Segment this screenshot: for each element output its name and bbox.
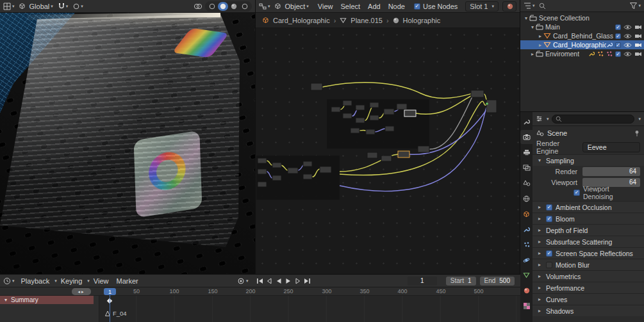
tab-material[interactable] bbox=[520, 284, 533, 298]
tab-particles[interactable] bbox=[520, 237, 533, 252]
shader-type-chevron-icon[interactable]: ▾ bbox=[306, 4, 309, 9]
tab-tool[interactable] bbox=[520, 115, 533, 129]
tab-view-layer[interactable] bbox=[520, 161, 533, 175]
timeline-ruler[interactable]: 50 100 150 200 250 300 350 400 450 500 ◂… bbox=[0, 287, 520, 296]
disclosure-icon[interactable]: ▸ bbox=[537, 42, 543, 48]
material-selector[interactable]: Hologr bbox=[502, 1, 516, 12]
menu-node[interactable]: Node bbox=[384, 3, 409, 10]
current-frame-indicator[interactable]: 1 bbox=[104, 288, 116, 295]
exclude-checkbox[interactable]: ✓ bbox=[615, 24, 621, 30]
proportional-editing-icon[interactable] bbox=[73, 3, 79, 10]
section-motion-blur[interactable]: ▸ ✓ Motion Blur bbox=[533, 259, 644, 270]
pin-icon[interactable] bbox=[634, 130, 640, 136]
section-bloom[interactable]: ▸ ✓ Bloom bbox=[533, 213, 644, 224]
section-checkbox[interactable]: ✓ bbox=[546, 262, 552, 268]
editor-type-chevron-icon[interactable]: ▾ bbox=[12, 278, 15, 284]
hide-eye-icon[interactable] bbox=[623, 42, 632, 48]
render-camera-icon[interactable] bbox=[634, 42, 642, 48]
render-camera-icon[interactable] bbox=[634, 33, 642, 39]
section-screen-space-reflections[interactable]: ▸ ✓ Screen Space Reflections bbox=[533, 247, 644, 259]
outliner-row-enviroment[interactable]: ▸ Enviroment ✓ bbox=[520, 49, 644, 58]
section-subsurface-scattering[interactable]: ▸ Subsurface Scattering bbox=[533, 236, 644, 247]
filter-chevron-icon[interactable]: ▾ bbox=[638, 3, 641, 8]
slot-dropdown[interactable]: Slot 1 ▾ bbox=[465, 1, 499, 12]
render-samples-field[interactable]: 64 bbox=[582, 167, 640, 176]
editor-type-icon[interactable] bbox=[259, 3, 267, 10]
render-engine-dropdown[interactable]: Eevee bbox=[582, 142, 640, 152]
tab-output[interactable] bbox=[520, 145, 533, 159]
editor-type-chevron-icon[interactable]: ▾ bbox=[268, 4, 270, 9]
timeline-marker[interactable]: F_04 bbox=[105, 310, 127, 317]
tab-world[interactable] bbox=[520, 191, 533, 205]
menu-select[interactable]: Select bbox=[336, 3, 364, 10]
use-nodes-checkbox[interactable]: ✓ bbox=[414, 3, 420, 10]
timeline-channel-list[interactable]: ▾ Summary bbox=[0, 296, 99, 322]
tab-modifiers[interactable] bbox=[520, 222, 533, 236]
menu-view[interactable]: View bbox=[314, 3, 337, 10]
exclude-checkbox[interactable]: ✓ bbox=[615, 51, 621, 57]
hide-eye-icon[interactable] bbox=[623, 33, 632, 39]
disclosure-icon[interactable]: ▸ bbox=[537, 33, 543, 39]
summary-channel-row[interactable]: ▾ Summary bbox=[0, 296, 94, 304]
outliner-row-scene-collection[interactable]: ▾ Scene Collection bbox=[520, 13, 644, 22]
start-frame-field[interactable]: Start 1 bbox=[446, 277, 476, 286]
outliner[interactable]: ▾ ▾ ▾ Scene Collection ▾ Main ✓ bbox=[520, 0, 644, 112]
section-checkbox[interactable]: ✓ bbox=[546, 204, 552, 211]
tab-object-data[interactable] bbox=[520, 268, 533, 282]
menu-keying[interactable]: Keying bbox=[57, 277, 87, 285]
outliner-row-main[interactable]: ▾ Main ✓ bbox=[520, 22, 644, 31]
proportional-chevron-icon[interactable]: ▾ bbox=[81, 4, 83, 9]
editor-type-chevron-icon[interactable]: ▾ bbox=[12, 4, 15, 9]
snap-magnet-icon[interactable] bbox=[58, 3, 65, 10]
options-chevron-icon[interactable]: ▾ bbox=[638, 117, 641, 122]
jump-to-end-button[interactable] bbox=[303, 277, 313, 286]
tab-object[interactable] bbox=[520, 207, 533, 221]
auto-keying-record-icon[interactable] bbox=[237, 277, 245, 285]
next-keyframe-button[interactable] bbox=[293, 277, 303, 286]
properties-editor[interactable]: ▾ ▾ Scene Render Engine Eevee ▾ Sampling bbox=[520, 112, 644, 322]
section-ambient-occlusion[interactable]: ▸ ✓ Ambient Occlusion bbox=[533, 201, 644, 213]
menu-marker[interactable]: Marker bbox=[112, 277, 142, 285]
jump-to-start-button[interactable] bbox=[255, 277, 265, 286]
hide-eye-icon[interactable] bbox=[623, 51, 632, 57]
search-icon[interactable] bbox=[539, 3, 546, 10]
menu-add[interactable]: Add bbox=[364, 3, 384, 10]
disclosure-icon[interactable]: ▸ bbox=[529, 51, 536, 57]
section-sampling[interactable]: ▾ Sampling bbox=[533, 154, 644, 166]
play-reverse-button[interactable] bbox=[274, 277, 284, 286]
section-checkbox[interactable]: ✓ bbox=[546, 216, 552, 222]
menu-view[interactable]: View bbox=[90, 277, 113, 285]
shader-node-editor[interactable]: ▾ Object ▾ View Select Add Node ✓ Use No… bbox=[256, 0, 520, 274]
section-performance[interactable]: ▸ Performance bbox=[533, 282, 644, 293]
mode-cube-icon[interactable] bbox=[19, 3, 26, 10]
viewport-denoising-checkbox[interactable]: ✓ bbox=[574, 189, 580, 196]
section-shadows[interactable]: ▸ Shadows bbox=[533, 305, 644, 316]
shading-wireframe-icon[interactable] bbox=[207, 2, 217, 11]
tab-physics[interactable] bbox=[520, 253, 533, 267]
snap-chevron-icon[interactable]: ▾ bbox=[66, 4, 69, 9]
outliner-row-card-behind-glass[interactable]: ▸ Card_Behind_Glass ✓ bbox=[520, 31, 644, 40]
play-button[interactable] bbox=[284, 277, 293, 286]
tab-scene[interactable] bbox=[520, 176, 533, 190]
exclude-checkbox[interactable]: ✓ bbox=[615, 33, 621, 39]
end-frame-field[interactable]: End 500 bbox=[480, 277, 515, 286]
auto-keying-chevron-icon[interactable]: ▾ bbox=[246, 278, 249, 284]
editor-type-icon[interactable] bbox=[3, 277, 11, 285]
timeline-editor[interactable]: ▾ Playback▾ Keying▾ View Marker ▾ 1 Star… bbox=[0, 274, 520, 322]
transform-orientation-dropdown[interactable]: Global bbox=[26, 3, 50, 10]
overlays-icon[interactable] bbox=[194, 3, 202, 10]
shading-solid-icon[interactable] bbox=[218, 2, 228, 11]
zoom-scrubber-handle[interactable]: ◂▸ bbox=[72, 288, 91, 295]
viewport-scene-canvas[interactable] bbox=[0, 13, 256, 274]
section-curves[interactable]: ▸ Curves bbox=[533, 293, 644, 305]
disclosure-icon[interactable]: ▾ bbox=[529, 24, 536, 30]
menu-playback[interactable]: Playback bbox=[17, 277, 54, 285]
section-depth-of-field[interactable]: ▸ Depth of Field bbox=[533, 224, 644, 236]
node-graph-canvas[interactable] bbox=[256, 28, 520, 274]
editor-type-chevron-icon[interactable]: ▾ bbox=[547, 117, 549, 122]
properties-search-input[interactable] bbox=[552, 115, 635, 124]
section-volumetrics[interactable]: ▸ Volumetrics bbox=[533, 270, 644, 282]
editor-type-icon[interactable] bbox=[536, 115, 543, 122]
editor-type-chevron-icon[interactable]: ▾ bbox=[533, 3, 535, 8]
editor-type-icon[interactable] bbox=[524, 2, 531, 10]
